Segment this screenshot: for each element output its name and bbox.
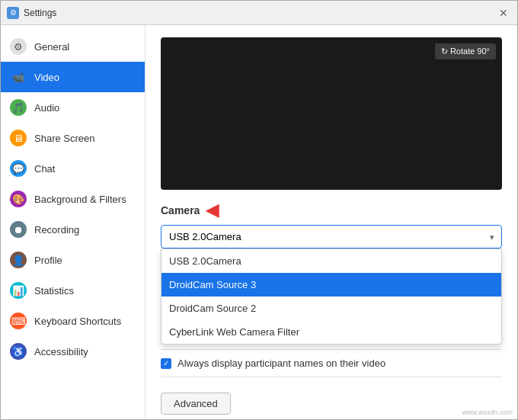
rotate-button[interactable]: ↻ Rotate 90° [435, 43, 496, 59]
general-icon: ⚙ [10, 38, 27, 55]
camera-dropdown[interactable]: USB 2.0Camera ▾ [161, 225, 502, 248]
sidebar-item-label-statistics: Statistics [34, 285, 74, 297]
display-names-label: Always display participant names on thei… [177, 357, 385, 369]
sidebar-item-label-recording: Recording [34, 224, 79, 236]
window-title: Settings [24, 8, 496, 18]
camera-section-label: Camera ◀ [161, 202, 502, 219]
display-names-row: ✓ Always display participant names on th… [161, 357, 502, 369]
sidebar-item-label-audio: Audio [34, 102, 59, 114]
main-panel: ↻ Rotate 90° Camera ◀ USB 2.0Camera ▾ US… [145, 25, 517, 419]
sidebar-item-label-background: Background & Filters [34, 194, 126, 205]
advanced-button[interactable]: Advanced [161, 393, 231, 415]
sidebar-item-statistics[interactable]: 📊Statistics [1, 275, 145, 306]
sidebar-item-video[interactable]: 📹Video [1, 62, 145, 92]
camera-arrow-icon: ◀ [206, 202, 219, 219]
app-icon: ⚙ [7, 7, 19, 19]
chat-icon: 💬 [10, 160, 27, 177]
watermark: www.wsxdn.com [462, 409, 513, 416]
statistics-icon: 📊 [10, 282, 27, 299]
share-screen-icon: 🖥 [10, 130, 27, 146]
sidebar-item-label-video: Video [34, 72, 59, 83]
chevron-down-icon: ▾ [490, 232, 494, 242]
sidebar-item-label-keyboard: Keyboard Shortcuts [34, 316, 121, 327]
sidebar-item-label-general: General [34, 41, 69, 53]
sidebar-item-label-profile: Profile [34, 255, 62, 266]
sidebar-item-recording[interactable]: ⏺Recording [1, 214, 145, 245]
video-preview: ↻ Rotate 90° [161, 37, 502, 190]
sidebar: ⚙General📹Video🎵Audio🖥Share Screen💬Chat🎨B… [1, 25, 145, 419]
divider2 [161, 377, 502, 377]
audio-icon: 🎵 [10, 99, 27, 116]
sidebar-item-chat[interactable]: 💬Chat [1, 153, 145, 184]
camera-dropdown-value: USB 2.0Camera [169, 231, 241, 242]
profile-icon: 👤 [10, 252, 27, 268]
dropdown-option-0[interactable]: USB 2.0Camera [161, 249, 501, 273]
close-button[interactable]: ✕ [496, 5, 511, 21]
camera-label-text: Camera [161, 204, 200, 216]
sidebar-item-background[interactable]: 🎨Background & Filters [1, 184, 145, 214]
video-icon: 📹 [10, 69, 27, 85]
dropdown-option-2[interactable]: DroidCam Source 2 [161, 297, 501, 320]
sidebar-item-keyboard[interactable]: ⌨Keyboard Shortcuts [1, 306, 145, 336]
main-content: ⚙General📹Video🎵Audio🖥Share Screen💬Chat🎨B… [1, 25, 517, 419]
sidebar-item-label-share-screen: Share Screen [34, 133, 95, 144]
keyboard-icon: ⌨ [10, 313, 27, 329]
camera-dropdown-wrapper: USB 2.0Camera ▾ USB 2.0CameraDroidCam So… [161, 225, 502, 248]
sidebar-item-label-chat: Chat [34, 163, 55, 175]
sidebar-item-accessibility[interactable]: ♿Accessibility [1, 336, 145, 367]
title-bar: ⚙ Settings ✕ [1, 1, 517, 25]
divider [161, 349, 502, 350]
sidebar-item-share-screen[interactable]: 🖥Share Screen [1, 123, 145, 153]
recording-icon: ⏺ [10, 221, 27, 238]
sidebar-item-audio[interactable]: 🎵Audio [1, 92, 145, 123]
background-icon: 🎨 [10, 191, 27, 207]
display-names-checkbox[interactable]: ✓ [161, 358, 171, 369]
sidebar-item-label-accessibility: Accessibility [34, 346, 88, 357]
sidebar-item-profile[interactable]: 👤Profile [1, 245, 145, 275]
dropdown-option-1[interactable]: DroidCam Source 3 [161, 273, 501, 297]
settings-window: ⚙ Settings ✕ ⚙General📹Video🎵Audio🖥Share … [0, 0, 518, 420]
dropdown-option-3[interactable]: CyberLink Web Camera Filter [161, 320, 501, 344]
camera-dropdown-options: USB 2.0CameraDroidCam Source 3DroidCam S… [161, 248, 502, 345]
sidebar-item-general[interactable]: ⚙General [1, 31, 145, 62]
accessibility-icon: ♿ [10, 343, 27, 360]
